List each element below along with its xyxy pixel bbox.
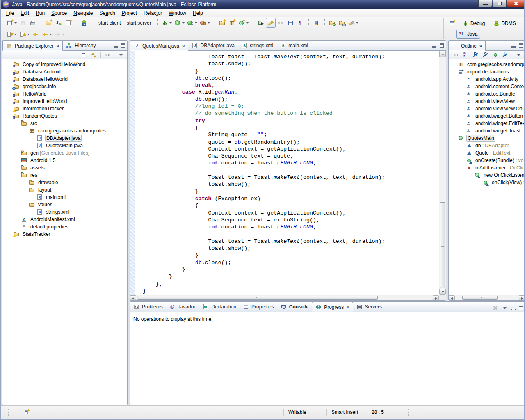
open-type-button[interactable] xyxy=(327,18,337,28)
horizontal-scrollbar[interactable] xyxy=(130,295,439,300)
view-menu-icon[interactable] xyxy=(118,52,124,58)
tree-item[interactable]: db : DBAdapter xyxy=(449,142,525,149)
view-tab-declaration[interactable]: Declaration xyxy=(199,302,240,312)
view-tab-javadoc[interactable]: Javadoc xyxy=(166,302,200,312)
editor-tab-quotesmain-java[interactable]: QuotesMain.java× xyxy=(130,41,188,51)
open-resource-button[interactable] xyxy=(337,18,347,28)
close-tab-icon[interactable]: × xyxy=(57,43,59,48)
perspective-debug-button[interactable]: Debug xyxy=(459,19,488,28)
minimize-button[interactable] xyxy=(478,0,492,7)
view-tab-properties[interactable]: Properties xyxy=(240,302,277,312)
dropdown-arrow-icon[interactable] xyxy=(182,22,185,24)
dropdown-arrow-icon[interactable] xyxy=(356,22,358,24)
view-tab-console[interactable]: Console xyxy=(277,302,312,312)
last-edit-button[interactable] xyxy=(31,30,41,39)
sort-icon[interactable] xyxy=(463,52,469,58)
next-annotation-button[interactable] xyxy=(256,18,266,28)
open-perspective-button[interactable] xyxy=(447,18,457,28)
fast-view-icon[interactable] xyxy=(23,409,30,415)
minimize-view-icon[interactable] xyxy=(511,46,516,48)
horizontal-scrollbar-thumb[interactable] xyxy=(462,296,498,300)
dropdown-arrow-icon[interactable] xyxy=(62,34,65,35)
scroll-right-icon[interactable] xyxy=(433,295,439,300)
start-server-button[interactable]: start server xyxy=(124,19,154,27)
tree-item[interactable]: onCreate(Bundle) : void xyxy=(449,157,525,164)
tree-item[interactable]: strings.xml xyxy=(2,208,127,216)
forward-button[interactable] xyxy=(53,30,66,39)
minimize-view-icon[interactable] xyxy=(114,46,118,48)
close-button[interactable] xyxy=(507,0,524,7)
menu-file[interactable]: File xyxy=(3,9,17,17)
scroll-down-icon[interactable] xyxy=(439,289,446,295)
tree-item[interactable]: Quote : EditText xyxy=(449,149,525,157)
hide-local-icon[interactable] xyxy=(502,52,509,58)
debug-button[interactable] xyxy=(160,18,173,28)
dropdown-arrow-icon[interactable] xyxy=(14,22,17,24)
menu-project[interactable]: Project xyxy=(119,9,140,17)
dropdown-arrow-icon[interactable] xyxy=(246,22,249,24)
tree-item[interactable]: src xyxy=(2,120,127,127)
back-button[interactable] xyxy=(41,30,53,39)
tree-item[interactable]: QuotesMain xyxy=(449,135,525,142)
save-button[interactable] xyxy=(18,18,28,28)
tree-item[interactable]: android.app.Activity xyxy=(449,75,525,83)
close-tab-icon[interactable]: × xyxy=(182,43,185,48)
tree-item[interactable]: main.xml xyxy=(2,194,127,201)
hide-r-icon[interactable] xyxy=(472,52,479,58)
goto-next-button[interactable] xyxy=(5,30,18,39)
tree-item[interactable]: android.widget.Button xyxy=(449,112,525,120)
view-tab-servers[interactable]: Servers xyxy=(353,302,385,312)
minimize-editor-icon[interactable] xyxy=(432,46,436,48)
minimize-view-icon[interactable] xyxy=(511,309,516,310)
tree-item[interactable]: android.content.Context xyxy=(449,83,525,90)
tree-item[interactable]: QuotesMain.java xyxy=(2,142,127,149)
tree-item[interactable]: assets xyxy=(2,164,127,171)
tree-item[interactable]: import declarations xyxy=(449,68,525,75)
tree-item[interactable]: StatsTracker xyxy=(2,231,127,238)
tree-item[interactable]: android.view.View.OnClickListener xyxy=(449,105,525,112)
tree-item[interactable]: Android 1.5 xyxy=(2,157,127,164)
close-tab-icon[interactable]: × xyxy=(347,305,349,310)
annotation-ruler[interactable] xyxy=(130,51,135,295)
tree-item[interactable]: RandomQuotes xyxy=(2,112,127,120)
maximize-view-icon[interactable] xyxy=(519,306,523,310)
tree-item[interactable]: gen [Generated Java Files] xyxy=(2,149,127,157)
menu-edit[interactable]: Edit xyxy=(17,9,32,17)
editor-tab-strings-xml[interactable]: strings.xml xyxy=(238,41,276,50)
search-button[interactable] xyxy=(347,18,360,28)
tree-item[interactable]: InformationTracker xyxy=(2,105,127,112)
view-tab-package-explorer[interactable]: Package Explorer× xyxy=(2,41,63,51)
menu-refactor[interactable]: Refactor xyxy=(140,9,165,17)
tree-item[interactable]: gregjacobs.info xyxy=(2,83,127,90)
editor-tab-dbadapter-java[interactable]: DBAdapter.java xyxy=(188,41,237,50)
dropdown-arrow-icon[interactable] xyxy=(27,34,30,35)
scroll-up-icon[interactable] xyxy=(439,51,446,57)
view-tab-progress[interactable]: Progress× xyxy=(312,302,353,312)
tree-item[interactable]: AndroidManifest.xml xyxy=(2,216,127,223)
scroll-left-icon[interactable] xyxy=(449,295,455,300)
external-tools-button[interactable] xyxy=(199,18,211,28)
tree-item[interactable]: res xyxy=(2,171,127,179)
collapse-all-icon[interactable] xyxy=(81,52,87,58)
tree-item[interactable]: com.gregjacobs.randomquotes xyxy=(449,61,525,68)
run-button[interactable] xyxy=(173,18,186,28)
menu-search[interactable]: Search xyxy=(96,9,119,17)
view-tab-outline[interactable]: Outline× xyxy=(449,41,486,51)
start-client-button[interactable]: start client xyxy=(96,19,124,27)
outline-horizontal-scrollbar[interactable] xyxy=(449,295,525,300)
tree-item[interactable]: default.properties xyxy=(2,223,127,231)
maximize-view-icon[interactable] xyxy=(121,43,125,48)
editor-tab-main-xml[interactable]: main.xml xyxy=(276,41,311,50)
view-tab-problems[interactable]: Problems xyxy=(130,302,166,312)
scroll-right-icon[interactable] xyxy=(519,295,525,300)
dropdown-arrow-icon[interactable] xyxy=(14,34,17,35)
android-sdk-button[interactable] xyxy=(80,18,89,28)
show-source-button[interactable] xyxy=(285,18,295,28)
dropdown-arrow-icon[interactable] xyxy=(169,22,172,24)
maximize-view-icon[interactable] xyxy=(519,43,523,48)
tree-item[interactable]: DatabaseHelloWorld xyxy=(2,75,127,83)
goto-prev-button[interactable] xyxy=(18,30,31,39)
menu-source[interactable]: Source xyxy=(48,9,70,17)
menu-help[interactable]: Help xyxy=(189,9,206,17)
tree-item[interactable]: Copy of ImprovedHelloWorld xyxy=(2,61,127,68)
